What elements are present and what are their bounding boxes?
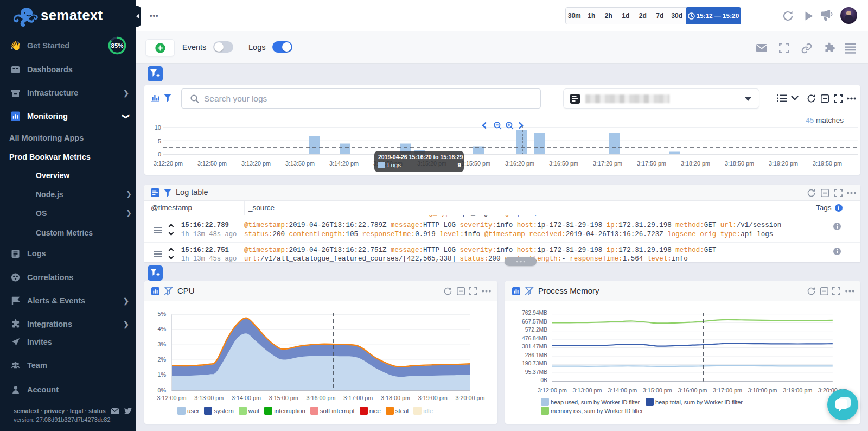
svg-text:85%: 85% bbox=[111, 42, 123, 49]
